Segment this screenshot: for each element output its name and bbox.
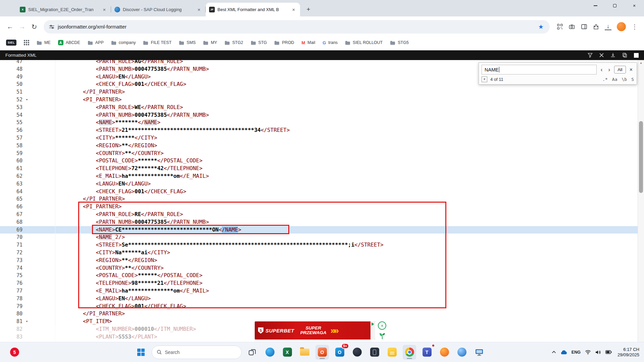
tab-close-icon[interactable]: × — [196, 7, 202, 13]
bookmark-item[interactable]: AABCDE — [55, 39, 83, 47]
vertical-scrollbar[interactable]: ▲ — [638, 60, 644, 342]
browser-menu-icon[interactable]: ⋮ — [631, 23, 638, 30]
excel-icon[interactable]: X — [281, 345, 294, 360]
address-bar[interactable]: jsonformatter.org/xml-formatter ★ — [44, 20, 550, 34]
bookmark-item[interactable]: APP — [85, 39, 106, 46]
teams-icon[interactable]: T — [420, 345, 434, 360]
bookmark-star-icon[interactable]: ★ — [538, 23, 544, 31]
code-line[interactable]: 56<STREET>21****************************… — [0, 126, 638, 134]
volume-icon[interactable] — [595, 350, 601, 355]
find-next-button[interactable]: › — [607, 66, 612, 73]
fold-arrow-icon[interactable]: ▾ — [22, 96, 31, 104]
code-line[interactable]: 67<PARTN_ROLE>RE</PARTN_ROLE> — [0, 211, 638, 218]
code-line[interactable]: 66<PI_PARTNER> — [0, 203, 638, 211]
remote-desktop-icon[interactable] — [473, 345, 486, 360]
wifi-icon[interactable] — [585, 350, 591, 355]
bookmark-item[interactable]: SIEL ROLLOUT — [342, 39, 385, 46]
code-line[interactable]: 69<NAME>CE****************************ON… — [0, 226, 638, 234]
bookmark-item[interactable]: Gtrans — [320, 39, 340, 47]
phone-link-icon[interactable] — [368, 345, 381, 360]
find-close-button[interactable]: × — [628, 67, 634, 73]
fold-arrow-icon[interactable]: ▾ — [22, 318, 31, 325]
code-line[interactable]: 51</PI_PARTNER> — [0, 88, 638, 96]
minimize-button[interactable] — [586, 0, 605, 11]
code-line[interactable]: 62<E_MAIL>ha**************om</E_MAIL> — [0, 172, 638, 180]
taskbar-search-box[interactable]: Search — [152, 346, 242, 359]
bookmark-item[interactable]: FILE TEST — [140, 39, 174, 46]
taskbar-clock[interactable]: 6:17 CH 29/09/2025 — [617, 347, 639, 358]
downloads-icon[interactable]: ↓ — [605, 23, 611, 30]
code-line[interactable]: 64<CHECK_FLAG>001</CHECK_FLAG> — [0, 188, 638, 196]
find-option-toggle[interactable]: Aa — [612, 77, 617, 82]
new-tab-button[interactable]: + — [303, 4, 313, 14]
code-line[interactable]: 54<PARTN_NUMB>0004775385</PARTN_NUMB> — [0, 111, 638, 119]
code-line[interactable]: 52▾<PI_PARTNER> — [0, 96, 638, 104]
tab-excel-sheet[interactable]: X SIEL_Migration_E2E_Order_Tran × — [16, 3, 111, 16]
find-option-toggle[interactable]: .* — [602, 77, 608, 82]
code-line[interactable]: 71<STREET>Se****************************… — [0, 241, 638, 249]
bookmark-item[interactable]: STG2 — [222, 39, 246, 46]
code-line[interactable]: 72<CITY>Na******ai</CITY> — [0, 249, 638, 257]
qr-code-icon[interactable] — [556, 23, 563, 30]
xml-code-editor[interactable]: 47<PARTN_ROLE>AG</PARTN_ROLE>48<PARTN_NU… — [0, 60, 638, 342]
code-line[interactable]: 58<REGION>**</REGION> — [0, 142, 638, 150]
chrome-icon[interactable] — [403, 345, 416, 360]
blue-sphere-app-icon[interactable] — [455, 345, 468, 360]
code-line[interactable]: 74<COUNTRY>**</COUNTRY> — [0, 264, 638, 272]
find-input[interactable]: NAME — [482, 65, 597, 74]
find-option-toggle[interactable]: S — [631, 77, 634, 82]
office-app-icon[interactable]: O — [315, 345, 329, 360]
forward-button[interactable]: → — [16, 21, 28, 33]
bookmark-item[interactable]: SIEL — [3, 38, 19, 47]
tab-close-icon[interactable]: × — [291, 7, 297, 13]
orange-app-icon[interactable] — [438, 345, 451, 360]
filter-icon[interactable] — [588, 53, 593, 58]
back-button[interactable]: ← — [4, 21, 16, 33]
code-line[interactable]: 78<LANGU>EN</LANGU> — [0, 295, 638, 303]
tab-xml-formatter-active[interactable]: JF Best XML Formatter and XML B × — [206, 3, 300, 16]
language-indicator[interactable]: ENG — [572, 350, 581, 355]
find-all-button[interactable]: All — [614, 66, 626, 73]
code-line[interactable]: 55<NAME>*******</NAME> — [0, 119, 638, 126]
scroll-up-arrow[interactable]: ▲ — [638, 60, 644, 66]
dark-circle-app-icon[interactable] — [350, 345, 364, 360]
extensions-puzzle-icon[interactable] — [593, 23, 599, 30]
tab-sap-cloud-logging[interactable]: Discover - SAP Cloud Logging × — [111, 3, 205, 16]
outlook-icon[interactable]: O 9+ — [333, 345, 346, 360]
code-line[interactable]: 63<LANGU>EN</LANGU> — [0, 180, 638, 188]
notification-badge[interactable]: 5 — [10, 348, 19, 357]
download-xml-icon[interactable] — [610, 53, 615, 58]
site-settings-icon[interactable] — [49, 24, 54, 30]
profile-avatar[interactable] — [617, 22, 626, 31]
file-explorer-icon[interactable] — [298, 345, 311, 360]
reload-button[interactable]: ↻ — [28, 21, 40, 33]
maximize-button[interactable] — [605, 0, 625, 11]
ad-banner[interactable]: S SUPERBET SUPER PRZEWAGA »» — [255, 321, 375, 340]
close-panel-icon[interactable] — [599, 53, 604, 57]
sticky-notes-icon[interactable] — [385, 345, 399, 360]
code-line[interactable]: 75<POSTAL_CODE>******</POSTAL_CODE> — [0, 272, 638, 279]
code-line[interactable]: 79<CHECK_FLAG>001</CHECK_FLAG> — [0, 303, 638, 310]
adchoices-strip[interactable] — [370, 321, 375, 340]
bookmark-item[interactable]: STG — [248, 39, 270, 46]
copy-xml-icon[interactable] — [622, 53, 627, 58]
bookmark-item[interactable]: company — [108, 39, 139, 46]
start-button[interactable] — [134, 345, 148, 360]
code-line[interactable]: 73<REGION>**</REGION> — [0, 257, 638, 264]
code-line[interactable]: 57<CITY>******</CITY> — [0, 134, 638, 142]
code-line[interactable]: 76<TELEPHONE>98******21</TELEPHONE> — [0, 279, 638, 287]
battery-icon[interactable] — [605, 350, 612, 354]
code-line[interactable]: 68<PARTN_NUMB>0004775385</PARTN_NUMB> — [0, 218, 638, 226]
bookmark-item[interactable]: PROD — [271, 39, 297, 46]
code-line[interactable]: 61<TELEPHONE>72******42</TELEPHONE> — [0, 165, 638, 172]
hidden-icons-chevron[interactable] — [552, 351, 556, 354]
bookmark-item[interactable]: MMail — [299, 39, 318, 47]
code-line[interactable]: 59<COUNTRY>**</COUNTRY> — [0, 150, 638, 157]
panel-corner-square[interactable] — [634, 53, 639, 58]
scrollbar-thumb[interactable] — [639, 121, 643, 193]
bookmark-item[interactable]: SMS — [176, 39, 198, 46]
url-text[interactable]: jsonformatter.org/xml-formatter — [58, 24, 538, 30]
bookmark-item[interactable] — [21, 39, 32, 47]
code-line[interactable]: 77<E_MAIL>ha**************om</E_MAIL> — [0, 287, 638, 295]
task-view-button[interactable] — [246, 345, 259, 360]
